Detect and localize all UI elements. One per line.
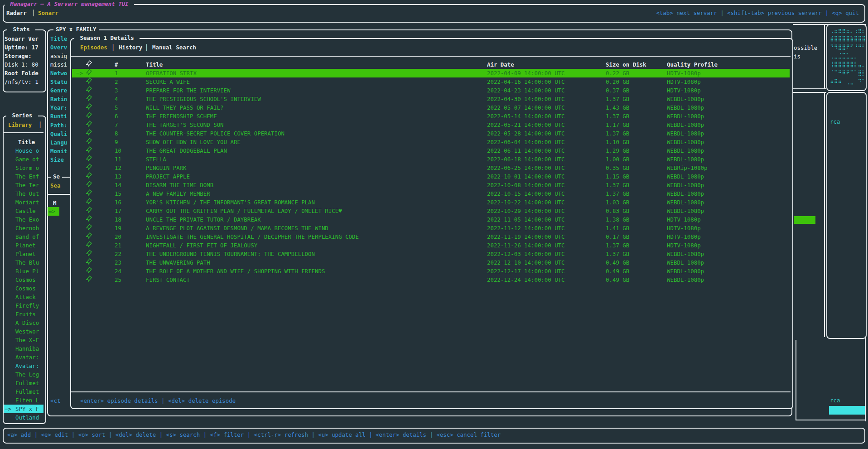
series-item-label: SPY x F: [15, 405, 39, 413]
tab-radarr[interactable]: Radarr: [6, 9, 27, 17]
episode-air-date: 2022-04-09 14:00:00 UTC: [487, 69, 565, 77]
series-item[interactable]: Band of: [4, 232, 43, 241]
series-item[interactable]: The Out: [4, 189, 43, 198]
bookmark-icon: [86, 172, 92, 179]
series-item-label: Attack: [15, 293, 36, 301]
episode-quality: HDTV-1080p: [667, 215, 701, 224]
tab-library[interactable]: Library: [8, 121, 32, 129]
series-item-label: Avatar:: [15, 353, 39, 362]
series-item[interactable]: The Blu: [4, 258, 43, 267]
series-item[interactable]: Planet: [4, 250, 43, 258]
episode-title: OPERATION STRIX: [146, 69, 197, 77]
episode-row[interactable]: 9SHOW OFF HOW IN LOVE YOU ARE2022-06-04 …: [71, 138, 791, 146]
episode-row[interactable]: 17CARRY OUT THE GRIFFIN PLAN / FULLMETAL…: [71, 207, 791, 215]
tab-seasons[interactable]: Sea: [50, 181, 60, 190]
series-item[interactable]: The X-F: [4, 336, 43, 344]
episode-quality: WEBDL-1080p: [667, 155, 704, 164]
episode-row[interactable]: 6THE FRIENDSHIP SCHEME2022-05-14 14:00:0…: [71, 112, 791, 121]
episode-title: THE UNDERGROUND TENNIS TOURNAMENT: THE C…: [146, 250, 315, 258]
episode-row[interactable]: 2SECURE A WIFE2022-04-16 14:00:00 UTC0.2…: [71, 77, 791, 86]
episode-row[interactable]: 20INVESTIGATE THE GENERAL HOSPITAL / DEC…: [71, 232, 791, 241]
episode-size: 1.41 GB: [606, 224, 629, 232]
series-item[interactable]: The Enf: [4, 172, 43, 181]
episode-row[interactable]: 25FIRST CONTACT2022-12-24 14:00:00 UTC0.…: [71, 275, 791, 284]
series-item[interactable]: Elfen L: [4, 396, 43, 405]
bookmark-icon: [86, 77, 92, 84]
tab-history[interactable]: History: [119, 43, 142, 52]
tab-episodes[interactable]: Episodes: [80, 43, 107, 52]
series-item[interactable]: Storm o: [4, 164, 43, 172]
episode-row[interactable]: 21NIGHTFALL / FIRST FIT OF JEALOUSY2022-…: [71, 241, 791, 250]
episode-table-header: # Title Air Date Size on Disk Quality Pr…: [71, 60, 791, 69]
season-popup-divider: [71, 56, 791, 57]
column-header-size: Size on Disk: [606, 60, 646, 69]
tab-sonarr[interactable]: Sonarr: [38, 9, 58, 17]
series-item[interactable]: Castle: [4, 207, 43, 215]
episode-row[interactable]: 5WILL THEY PASS OR FAIL?2022-05-07 14:00…: [71, 103, 791, 112]
episode-row[interactable]: => 1OPERATION STRIX2022-04-09 14:00:00 U…: [71, 69, 791, 77]
series-item[interactable]: Game of: [4, 155, 43, 164]
series-item-label: Band of: [15, 232, 39, 241]
series-item[interactable]: A Disco: [4, 319, 43, 327]
series-item[interactable]: Attack: [4, 293, 43, 301]
episode-row[interactable]: 15A NEW FAMILY MEMBER2022-10-15 14:00:00…: [71, 189, 791, 198]
episode-row[interactable]: 18UNCLE THE PRIVATE TUTOR / DAYBREAK2022…: [71, 215, 791, 224]
episode-row[interactable]: 23THE UNWAVERING PATH2022-12-10 14:00:00…: [71, 258, 791, 267]
series-item[interactable]: Fruits: [4, 310, 43, 319]
field-label: Netwo: [50, 69, 67, 77]
series-item[interactable]: The Leg: [4, 370, 43, 379]
episode-row[interactable]: 8THE COUNTER-SECRET POLICE COVER OPERATI…: [71, 129, 791, 138]
episode-number: 17: [115, 207, 121, 215]
series-item-label: Hanniba: [15, 344, 39, 353]
bookmark-icon: [86, 267, 92, 273]
episode-row[interactable]: 4THE PRESTIGIOUS SCHOOL'S INTERVIEW2022-…: [71, 95, 791, 103]
season-details-title: Season 1 Details: [74, 34, 140, 42]
series-item[interactable]: Blue Pl: [4, 267, 43, 275]
episode-row[interactable]: 13PROJECT APPLE2022-10-01 14:00:00 UTC1.…: [71, 172, 791, 181]
episode-row[interactable]: 16YOR'S KITCHEN / THE INFORMANT'S GREAT …: [71, 198, 791, 207]
series-item[interactable]: Fullmet: [4, 379, 43, 387]
field-label: Monit: [50, 147, 67, 155]
episode-air-date: 2022-06-11 14:00:00 UTC: [487, 146, 565, 155]
series-item[interactable]: Cosmos: [4, 284, 43, 293]
series-item[interactable]: Avatar:: [4, 353, 43, 362]
series-item[interactable]: House o: [4, 146, 43, 155]
episode-title: YOR'S KITCHEN / THE INFORMANT'S GREAT RO…: [146, 198, 315, 207]
episode-row[interactable]: 24THE ROLE OF A MOTHER AND WIFE / SHOPPI…: [71, 267, 791, 275]
episode-row[interactable]: 19A REVENGE PLOT AGAINST DESMOND / MAMA …: [71, 224, 791, 232]
episode-row[interactable]: 12PENGUIN PARK2022-06-25 14:00:00 UTC0.3…: [71, 164, 791, 172]
series-item[interactable]: Cosmos: [4, 275, 43, 284]
episode-number: 3: [115, 86, 118, 95]
episode-title: SHOW OFF HOW IN LOVE YOU ARE: [146, 138, 241, 146]
bookmark-icon: [86, 60, 92, 67]
episode-row[interactable]: 7THE TARGET'S SECOND SON2022-05-21 14:00…: [71, 121, 791, 129]
episode-title: UNCLE THE PRIVATE TUTOR / DAYBREAK: [146, 215, 261, 224]
episode-row[interactable]: 10THE GREAT DODGEBALL PLAN2022-06-11 14:…: [71, 146, 791, 155]
series-item[interactable]: => SPY x F: [4, 405, 43, 413]
series-item[interactable]: Planet: [4, 241, 43, 250]
field-label: Title: [50, 34, 67, 43]
seasons-selected-row[interactable]: =>: [48, 207, 59, 216]
series-item[interactable]: Outland: [4, 413, 43, 422]
series-item[interactable]: Moriart: [4, 198, 43, 207]
stats-line: /nfs/tv: 1: [5, 77, 39, 86]
overview-text-fragment: missi: [50, 60, 67, 69]
series-item[interactable]: The Exo: [4, 215, 43, 224]
series-item-label: Castle: [15, 207, 36, 215]
episode-row[interactable]: 14DISARM THE TIME BOMB2022-10-08 14:00:0…: [71, 181, 791, 189]
episode-row[interactable]: 3PREPARE FOR THE INTERVIEW2022-04-23 14:…: [71, 86, 791, 95]
series-item[interactable]: Avatar:: [4, 362, 43, 370]
episode-air-date: 2022-10-15 14:00:00 UTC: [487, 189, 565, 198]
episode-title: DISARM THE TIME BOMB: [146, 181, 213, 189]
series-item[interactable]: Fullmet: [4, 387, 43, 396]
episode-row[interactable]: 22THE UNDERGROUND TENNIS TOURNAMENT: THE…: [71, 250, 791, 258]
episode-quality: WEBDL-1080p: [667, 181, 704, 189]
series-item[interactable]: The Ter: [4, 181, 43, 189]
episode-title: THE TARGET'S SECOND SON: [146, 121, 224, 129]
episode-row[interactable]: 11STELLA2022-06-18 14:00:00 UTC1.00 GBWE…: [71, 155, 791, 164]
series-item[interactable]: Westwor: [4, 327, 43, 336]
tab-manual-search[interactable]: Manual Search: [152, 43, 196, 52]
series-item[interactable]: Chernob: [4, 224, 43, 232]
series-item[interactable]: Firefly: [4, 301, 43, 310]
series-item[interactable]: Hanniba: [4, 344, 43, 353]
